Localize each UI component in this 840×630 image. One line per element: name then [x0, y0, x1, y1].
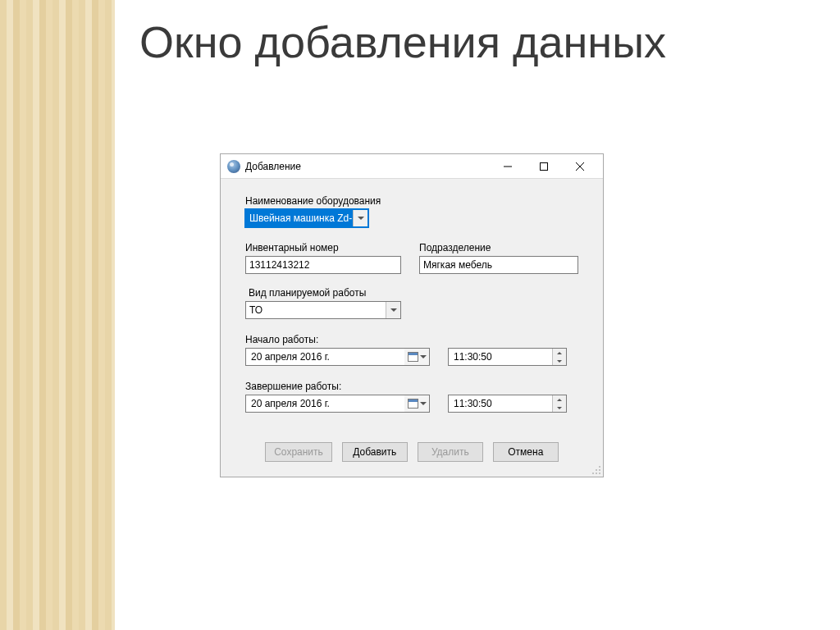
work-type-value: ТО — [246, 302, 386, 318]
equipment-combo[interactable]: Швейная машинка Zd-1231 — [245, 209, 368, 227]
svg-point-7 — [599, 472, 600, 474]
arrow-down-icon — [557, 360, 562, 363]
add-button[interactable]: Добавить — [342, 442, 408, 462]
end-label: Завершение работы: — [245, 381, 578, 392]
work-type-combo[interactable]: ТО — [245, 301, 401, 319]
svg-point-9 — [592, 472, 594, 474]
department-label: Подразделение — [419, 242, 578, 253]
arrow-down-icon — [557, 407, 562, 409]
equipment-label: Наименование оборудования — [245, 195, 578, 207]
end-time-spinner[interactable] — [552, 395, 566, 412]
spin-down-button[interactable] — [553, 404, 566, 412]
save-button[interactable]: Сохранить — [265, 442, 332, 462]
inventory-label: Инвентарный номер — [245, 242, 401, 253]
dialog-window: Добавление Наименование оборудования Шве… — [220, 153, 604, 477]
end-date-picker[interactable]: 20 апреля 2016 г. — [245, 395, 430, 413]
spin-up-button[interactable] — [553, 395, 566, 404]
start-date-button[interactable] — [404, 349, 429, 365]
start-time-value: 11:30:50 — [449, 351, 552, 363]
calendar-icon — [408, 399, 418, 409]
window-title: Добавление — [245, 161, 490, 172]
start-label: Начало работы: — [245, 334, 578, 345]
end-date-button[interactable] — [404, 395, 429, 412]
dialog-buttons: Сохранить Добавить Удалить Отмена — [245, 427, 578, 468]
titlebar[interactable]: Добавление — [221, 154, 603, 179]
minimize-button[interactable] — [490, 155, 526, 178]
delete-button[interactable]: Удалить — [418, 442, 483, 462]
chevron-down-icon — [358, 217, 364, 220]
inventory-value: 13112413212 — [249, 259, 309, 271]
start-date-value: 20 апреля 2016 г. — [246, 351, 404, 363]
equipment-dropdown-button[interactable] — [353, 210, 368, 226]
resize-grip[interactable] — [591, 465, 601, 475]
start-time-spinner[interactable] — [552, 349, 566, 365]
app-icon — [227, 160, 240, 173]
dialog-content: Наименование оборудования Швейная машинк… — [221, 179, 603, 477]
close-button[interactable] — [562, 155, 598, 178]
arrow-up-icon — [557, 399, 562, 401]
chevron-down-icon — [420, 355, 427, 358]
slide-title: Окно добавления данных — [139, 16, 666, 67]
cancel-button[interactable]: Отмена — [493, 442, 559, 462]
spin-up-button[interactable] — [553, 349, 566, 357]
svg-point-8 — [596, 472, 597, 474]
equipment-value: Швейная машинка Zd-1231 — [246, 210, 353, 226]
chevron-down-icon — [390, 308, 397, 312]
end-date-value: 20 апреля 2016 г. — [246, 398, 404, 409]
svg-point-4 — [599, 466, 600, 468]
arrow-up-icon — [557, 352, 562, 354]
svg-point-6 — [596, 469, 597, 471]
maximize-button[interactable] — [526, 155, 562, 178]
start-date-picker[interactable]: 20 апреля 2016 г. — [245, 348, 430, 366]
inventory-input[interactable]: 13112413212 — [245, 256, 401, 274]
start-time-picker[interactable]: 11:30:50 — [448, 348, 567, 366]
svg-point-5 — [599, 469, 600, 471]
spin-down-button[interactable] — [553, 357, 566, 365]
calendar-icon — [408, 352, 418, 362]
department-input[interactable]: Мягкая мебель — [419, 256, 578, 274]
svg-rect-1 — [541, 162, 548, 170]
work-type-dropdown-button[interactable] — [386, 302, 400, 318]
slide-sidebar-pattern — [0, 0, 115, 630]
chevron-down-icon — [420, 402, 427, 405]
end-time-value: 11:30:50 — [449, 398, 552, 409]
work-type-label: Вид планируемой работы — [249, 287, 578, 299]
end-time-picker[interactable]: 11:30:50 — [448, 395, 567, 413]
department-value: Мягкая мебель — [423, 259, 492, 271]
